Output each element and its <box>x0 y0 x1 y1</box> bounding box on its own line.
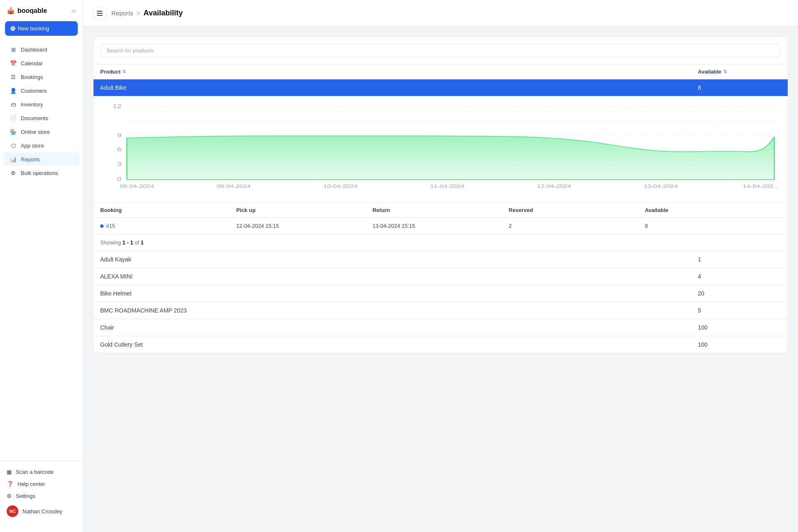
sidebar-toggle-icon <box>96 10 103 17</box>
list-item[interactable]: ALEXA MINI 4 <box>94 268 788 285</box>
bulk-icon: ⚙ <box>10 170 17 176</box>
svg-text:12-04-2024: 12-04-2024 <box>537 184 571 189</box>
scan-barcode-label: Scan a barcode <box>16 469 54 475</box>
breadcrumb-current: Availability <box>143 9 182 17</box>
collapse-button[interactable]: ‹‹ <box>71 7 76 15</box>
sidebar-item-label: Dashboard <box>21 47 47 53</box>
sort-icon: ⇅ <box>723 69 727 74</box>
svg-text:12: 12 <box>113 103 122 109</box>
product-available: 20 <box>698 290 781 297</box>
app-logo: 🎪 booqable <box>7 7 47 15</box>
svg-rect-1 <box>97 13 103 14</box>
dashboard-icon: ⊞ <box>10 46 17 53</box>
reserved-col: Reserved <box>509 207 645 213</box>
inventory-icon: 🗃 <box>10 101 17 108</box>
sidebar-item-reports[interactable]: 📊 Reports <box>3 153 79 166</box>
available-val: 8 <box>645 223 781 229</box>
reports-icon: 📊 <box>10 156 17 163</box>
app-store-icon: ⬡ <box>10 142 17 149</box>
list-item[interactable]: Chair 100 <box>94 319 788 336</box>
sidebar-item-bookings[interactable]: ☰ Bookings <box>3 70 79 84</box>
available-col: Available <box>645 207 781 213</box>
user-initials: NC <box>9 509 16 514</box>
svg-text:13-04-2024: 13-04-2024 <box>644 184 678 189</box>
product-name: BMC ROADMACHINE AMP 2023 <box>100 307 698 314</box>
sidebar-item-customers[interactable]: 👤 Customers <box>3 84 79 97</box>
calendar-icon: 📅 <box>10 60 17 66</box>
search-input[interactable] <box>100 44 781 57</box>
selected-product-row[interactable]: Adult Bike 8 <box>94 79 788 96</box>
sidebar-bottom: ▦ Scan a barcode ❓ Help center ⚙ Setting… <box>0 461 83 525</box>
booking-col: Booking <box>100 207 236 213</box>
app-name: booqable <box>17 7 47 15</box>
svg-text:08-04-2024: 08-04-2024 <box>120 184 154 189</box>
availability-card: Product ⇅ Available ⇅ Adult Bike 8 <box>93 37 788 353</box>
sidebar-item-online-store[interactable]: 🏪 Online store <box>3 125 79 138</box>
product-col-header[interactable]: Product ⇅ <box>100 69 698 75</box>
svg-text:9: 9 <box>117 133 122 138</box>
sidebar-item-label: Inventory <box>21 101 43 108</box>
sidebar-nav: ⊞ Dashboard 📅 Calendar ☰ Bookings 👤 Cust… <box>0 42 83 461</box>
help-center-item[interactable]: ❓ Help center <box>3 478 79 490</box>
sidebar-item-label: App store <box>21 143 44 149</box>
product-name: ALEXA MINI <box>100 273 698 280</box>
selected-product-name: Adult Bike <box>100 84 698 91</box>
svg-rect-0 <box>97 11 103 12</box>
return-val: 13-04-2024 15:15 <box>372 223 509 229</box>
settings-label: Settings <box>16 493 35 499</box>
breadcrumb-parent[interactable]: Reports <box>111 10 133 17</box>
product-name: Adult Kayak <box>100 256 698 263</box>
customers-icon: 👤 <box>10 87 17 94</box>
sidebar-logo: 🎪 booqable ‹‹ <box>0 7 83 21</box>
new-booking-label: New booking <box>18 25 49 32</box>
sidebar-item-calendar[interactable]: 📅 Calendar <box>3 57 79 70</box>
sidebar-item-bulk-operations[interactable]: ⚙ Bulk operations <box>3 166 79 180</box>
sidebar-item-label: Documents <box>21 115 48 121</box>
sidebar-item-documents[interactable]: 📄 Documents <box>3 111 79 125</box>
return-col: Return <box>372 207 509 213</box>
topbar-sidebar-toggle[interactable] <box>93 7 106 20</box>
booking-row: #15 12-04-2024 15:15 13-04-2024 15:15 2 … <box>94 218 788 234</box>
sidebar-item-app-store[interactable]: ⬡ App store <box>3 139 79 152</box>
user-name: Nathan Crossley <box>22 508 62 515</box>
pickup-val: 12-04-2024 15:15 <box>236 223 373 229</box>
booking-link[interactable]: #15 <box>100 223 236 229</box>
list-item[interactable]: Bike Helmet 20 <box>94 285 788 302</box>
new-booking-button[interactable]: ⊕ New booking <box>5 21 78 36</box>
scan-barcode-item[interactable]: ▦ Scan a barcode <box>3 466 79 478</box>
user-profile[interactable]: NC Nathan Crossley <box>3 502 79 520</box>
sort-icon: ⇅ <box>122 69 126 74</box>
pickup-col: Pick up <box>236 207 373 213</box>
settings-icon: ⚙ <box>7 493 12 499</box>
breadcrumb-separator: > <box>137 10 140 17</box>
product-table-header: Product ⇅ Available ⇅ <box>94 64 788 79</box>
product-name: Bike Helmet <box>100 290 698 297</box>
sidebar-item-inventory[interactable]: 🗃 Inventory <box>3 98 79 111</box>
product-available: 1 <box>698 256 781 263</box>
sidebar-item-dashboard[interactable]: ⊞ Dashboard <box>3 43 79 56</box>
list-item[interactable]: Adult Kayak 1 <box>94 251 788 268</box>
barcode-icon: ▦ <box>7 469 12 475</box>
svg-rect-2 <box>97 15 103 16</box>
svg-text:3: 3 <box>117 161 122 167</box>
bookings-icon: ☰ <box>10 74 17 80</box>
svg-text:11-04-2024: 11-04-2024 <box>430 184 465 189</box>
avatar: NC <box>7 505 18 517</box>
booking-id[interactable]: #15 <box>100 223 236 229</box>
logo-icon: 🎪 <box>7 7 15 15</box>
help-icon: ❓ <box>7 481 13 487</box>
reserved-val: 2 <box>509 223 645 229</box>
sidebar-item-label: Online store <box>21 129 50 135</box>
available-col-header[interactable]: Available ⇅ <box>698 69 781 75</box>
list-item[interactable]: BMC ROADMACHINE AMP 2023 5 <box>94 302 788 319</box>
settings-item[interactable]: ⚙ Settings <box>3 490 79 502</box>
product-name: Gold Cutlery Set <box>100 341 698 348</box>
product-available: 100 <box>698 324 781 331</box>
main-area: Reports > Availability Product ⇅ Availab… <box>83 0 798 532</box>
store-icon: 🏪 <box>10 128 17 135</box>
list-item[interactable]: Gold Cutlery Set 100 <box>94 336 788 353</box>
product-available: 5 <box>698 307 781 314</box>
sidebar-item-label: Bulk operations <box>21 170 58 176</box>
svg-text:0: 0 <box>117 176 122 182</box>
help-center-label: Help center <box>17 481 45 487</box>
